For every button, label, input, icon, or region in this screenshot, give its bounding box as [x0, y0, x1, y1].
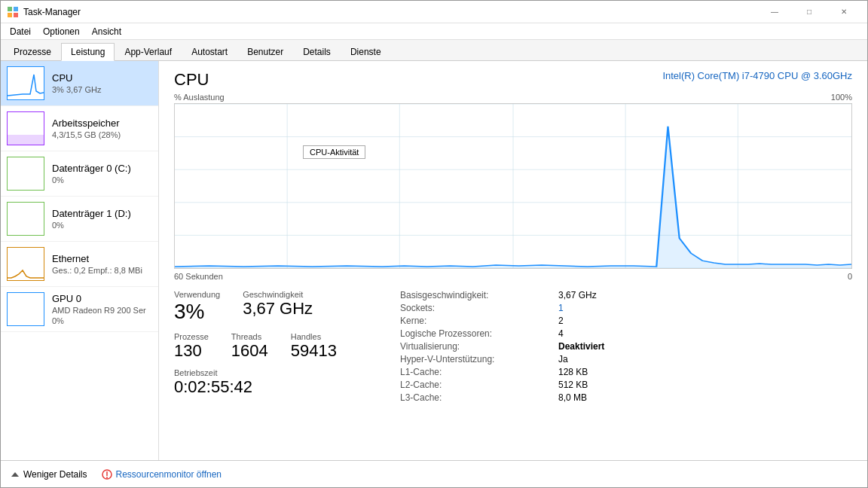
geschwindigkeit-label: Geschwindigkeit — [243, 290, 313, 299]
cpu-sub: 3% 3,67 GHz — [52, 85, 152, 94]
svg-rect-5 — [8, 135, 44, 145]
memory-thumbnail — [7, 111, 44, 145]
threads-block: Threads 1604 — [231, 332, 268, 361]
chart-x-right: 0 — [848, 272, 852, 281]
sidebar-item-memory[interactable]: Arbeitsspeicher 4,3/15,5 GB (28%) — [1, 106, 158, 151]
cpu-name: CPU — [52, 72, 152, 84]
detail-key-2: Kerne: — [400, 316, 551, 326]
svg-rect-6 — [8, 157, 44, 190]
title-bar: Task-Manager — □ ✕ — [1, 1, 867, 23]
detail-val-2: 2 — [558, 316, 604, 326]
sidebar-item-disk1[interactable]: Datenträger 1 (D:) 0% — [1, 197, 158, 242]
tab-prozesse[interactable]: Prozesse — [4, 43, 61, 61]
tab-app-verlauf[interactable]: App-Verlauf — [115, 43, 182, 61]
detail-val-3: 4 — [558, 328, 604, 339]
sidebar-item-disk0[interactable]: Datenträger 0 (C:) 0% — [1, 151, 158, 197]
chart-tooltip: CPU-Aktivität — [303, 145, 365, 159]
sidebar-item-gpu0[interactable]: GPU 0 AMD Radeon R9 200 Ser 0% — [1, 287, 158, 332]
resource-monitor-label: Ressourcenmonitor öffnen — [115, 469, 222, 480]
detail-val-1: 1 — [558, 303, 604, 313]
title-bar-left: Task-Manager — [7, 6, 81, 18]
maximize-button[interactable]: □ — [792, 1, 827, 23]
tab-benutzer[interactable]: Benutzer — [237, 43, 293, 61]
ethernet-thumbnail — [7, 247, 44, 281]
uptime-block: Betriebszeit 0:02:55:42 — [174, 368, 370, 397]
stats-left: Verwendung 3% Geschwindigkeit 3,67 GHz P… — [174, 290, 370, 404]
gpu0-name: GPU 0 — [52, 293, 152, 304]
task-manager-window: Task-Manager — □ ✕ Datei Optionen Ansich… — [0, 0, 868, 488]
disk1-sub: 0% — [52, 221, 152, 230]
window-title: Task-Manager — [23, 7, 81, 17]
close-button[interactable]: ✕ — [827, 1, 861, 23]
ethernet-name: Ethernet — [52, 253, 152, 264]
detail-val-5: Ja — [558, 354, 604, 364]
chart-x-label: 60 Sekunden — [174, 272, 223, 281]
less-details-label: Weniger Details — [23, 469, 87, 480]
tab-details[interactable]: Details — [293, 43, 341, 61]
tabs-bar: Prozesse Leistung App-Verlauf Autostart … — [1, 40, 867, 61]
svg-rect-7 — [8, 203, 44, 235]
prozesse-label: Prozesse — [174, 332, 209, 341]
gpu0-thumbnail — [7, 292, 44, 326]
svg-marker-21 — [11, 472, 19, 477]
gpu0-sub2: 0% — [52, 316, 152, 325]
uptime-label: Betriebszeit — [174, 368, 370, 377]
verwendung-label: Verwendung — [174, 290, 220, 299]
tab-dienste[interactable]: Dienste — [341, 43, 391, 61]
tab-leistung[interactable]: Leistung — [61, 43, 115, 61]
disk0-sub: 0% — [52, 175, 152, 185]
chart-y-label: % Auslastung — [174, 93, 225, 102]
menu-optionen[interactable]: Optionen — [37, 25, 86, 38]
main-title: CPU — [174, 70, 209, 90]
main-panel: CPU Intel(R) Core(TM) i7-4790 CPU @ 3.60… — [159, 61, 867, 460]
ethernet-sidebar-info: Ethernet Ges.: 0,2 Empf.: 8,8 MBi — [52, 253, 152, 275]
svg-rect-8 — [8, 293, 44, 325]
bottom-bar: Weniger Details Ressourcenmonitor öffnen — [1, 460, 867, 487]
resource-monitor-link[interactable]: Ressourcenmonitor öffnen — [102, 469, 222, 480]
detail-val-6: 128 KB — [558, 367, 604, 377]
sidebar-item-cpu[interactable]: CPU 3% 3,67 GHz — [1, 61, 158, 106]
verwendung-value: 3% — [174, 299, 220, 325]
detail-key-3: Logische Prozessoren: — [400, 328, 551, 339]
detail-key-6: L1-Cache: — [400, 367, 551, 377]
minimize-button[interactable]: — — [757, 1, 792, 23]
threads-value: 1604 — [231, 341, 268, 361]
memory-sidebar-info: Arbeitsspeicher 4,3/15,5 GB (28%) — [52, 117, 152, 139]
main-header: CPU Intel(R) Core(TM) i7-4790 CPU @ 3.60… — [174, 70, 852, 90]
disk0-thumbnail — [7, 157, 44, 191]
menu-ansicht[interactable]: Ansicht — [86, 25, 127, 38]
disk1-name: Datenträger 1 (D:) — [52, 208, 152, 219]
svg-rect-3 — [14, 13, 18, 17]
svg-point-24 — [106, 477, 108, 478]
prozesse-block: Prozesse 130 — [174, 332, 209, 361]
gpu0-sub1: AMD Radeon R9 200 Ser — [52, 306, 152, 315]
detail-key-4: Virtualisierung: — [400, 341, 551, 352]
tab-autostart[interactable]: Autostart — [182, 43, 237, 61]
detail-key-8: L3-Cache: — [400, 392, 551, 403]
svg-rect-0 — [8, 7, 12, 11]
verwendung-block: Verwendung 3% — [174, 290, 220, 325]
cpu-model: Intel(R) Core(TM) i7-4790 CPU @ 3.60GHz — [662, 70, 852, 81]
menu-datei[interactable]: Datei — [4, 25, 37, 38]
window-controls: — □ ✕ — [757, 1, 861, 23]
chevron-up-icon — [10, 469, 20, 480]
detail-key-5: Hyper-V-Unterstützung: — [400, 354, 551, 364]
prozesse-value: 130 — [174, 341, 209, 361]
svg-rect-1 — [14, 7, 18, 11]
cpu-sidebar-info: CPU 3% 3,67 GHz — [52, 72, 152, 94]
geschwindigkeit-block: Geschwindigkeit 3,67 GHz — [243, 290, 313, 325]
less-details-button[interactable]: Weniger Details — [10, 469, 87, 480]
ethernet-sub: Ges.: 0,2 Empf.: 8,8 MBi — [52, 266, 152, 275]
menu-bar: Datei Optionen Ansicht — [1, 23, 867, 40]
sidebar-item-ethernet[interactable]: Ethernet Ges.: 0,2 Empf.: 8,8 MBi — [1, 242, 158, 287]
resource-monitor-icon — [102, 469, 112, 480]
handles-label: Handles — [291, 332, 337, 341]
cpu-thumbnail — [7, 66, 44, 100]
disk1-thumbnail — [7, 202, 44, 236]
details-table: Basisgeschwindigkeit: 3,67 GHz Sockets: … — [400, 290, 604, 404]
geschwindigkeit-value: 3,67 GHz — [243, 299, 313, 319]
stats-details-row: Verwendung 3% Geschwindigkeit 3,67 GHz P… — [174, 290, 852, 404]
detail-val-8: 8,0 MB — [558, 392, 604, 403]
gpu0-sidebar-info: GPU 0 AMD Radeon R9 200 Ser 0% — [52, 293, 152, 325]
detail-key-0: Basisgeschwindigkeit: — [400, 290, 551, 300]
